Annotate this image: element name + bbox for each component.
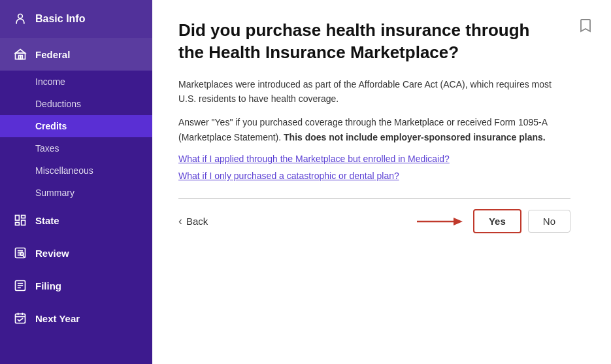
review-icon — [13, 246, 27, 260]
sidebar-state-label: State — [35, 215, 59, 226]
sidebar-item-income[interactable]: Income — [0, 71, 152, 93]
sidebar-item-federal[interactable]: Federal — [0, 38, 152, 71]
footer-divider — [178, 198, 570, 199]
svg-point-0 — [18, 14, 23, 19]
yes-button[interactable]: Yes — [473, 209, 521, 233]
svg-point-12 — [20, 252, 24, 256]
sidebar: Basic Info Federal Income Deductions Cre… — [0, 0, 152, 364]
arrow-right-icon — [417, 215, 463, 228]
question-title: Did you purchase health insurance throug… — [178, 20, 551, 64]
sidebar-item-taxes[interactable]: Taxes — [0, 137, 152, 159]
no-button[interactable]: No — [528, 210, 570, 233]
building-icon — [13, 47, 27, 61]
sidebar-item-deductions[interactable]: Deductions — [0, 93, 152, 115]
back-label: Back — [186, 216, 208, 227]
sidebar-item-miscellaneous[interactable]: Miscellaneous — [0, 159, 152, 182]
sidebar-next-year-label: Next Year — [35, 313, 80, 324]
filing-icon — [13, 278, 27, 293]
sidebar-item-filing[interactable]: Filing — [0, 269, 152, 302]
back-button[interactable]: ‹ Back — [178, 214, 208, 228]
sidebar-review-label: Review — [35, 248, 69, 259]
sidebar-item-credits[interactable]: Credits — [0, 115, 152, 137]
svg-rect-17 — [16, 314, 25, 323]
description-paragraph2-bold: This does not include employer-sponsored… — [284, 132, 546, 142]
sidebar-federal-label: Federal — [35, 49, 70, 60]
sidebar-item-review[interactable]: Review — [0, 237, 152, 269]
svg-rect-4 — [16, 216, 20, 221]
state-icon — [13, 213, 27, 227]
sidebar-filing-label: Filing — [35, 280, 61, 291]
sidebar-item-basic-info[interactable]: Basic Info — [0, 0, 152, 38]
sidebar-basic-info-label: Basic Info — [35, 13, 85, 25]
description-paragraph1: Marketplaces were introduced as part of … — [178, 77, 564, 107]
back-arrow-icon: ‹ — [178, 214, 182, 228]
svg-rect-2 — [19, 56, 21, 59]
bookmark-icon[interactable] — [580, 18, 591, 35]
main-content: Did you purchase health insurance throug… — [152, 0, 611, 364]
answer-buttons: Yes No — [417, 209, 570, 233]
svg-rect-6 — [22, 220, 25, 225]
sidebar-item-next-year[interactable]: Next Year — [0, 302, 152, 335]
svg-rect-5 — [22, 216, 25, 218]
faq-link-1[interactable]: What if I applied through the Marketplac… — [178, 154, 585, 164]
faq-link-2[interactable]: What if I only purchased a catastrophic … — [178, 171, 585, 181]
svg-marker-22 — [454, 218, 463, 225]
svg-rect-3 — [21, 56, 23, 59]
sidebar-item-summary[interactable]: Summary — [0, 182, 152, 204]
footer: ‹ Back Yes No — [178, 209, 570, 233]
description-paragraph2: Answer "Yes" if you purchased coverage t… — [178, 115, 564, 144]
svg-rect-7 — [16, 222, 20, 225]
person-icon — [13, 12, 27, 26]
calendar-icon — [13, 311, 27, 325]
sidebar-item-state[interactable]: State — [0, 204, 152, 237]
